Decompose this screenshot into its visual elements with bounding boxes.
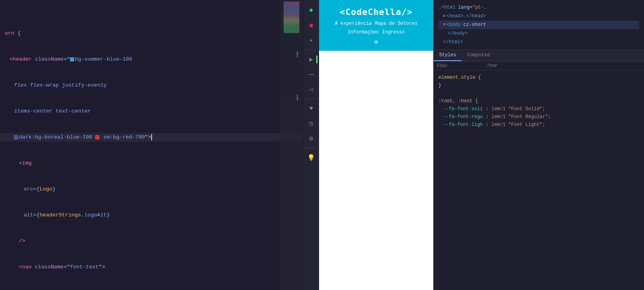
instagram-icon[interactable]: ◉ bbox=[305, 19, 317, 31]
code-line: <img bbox=[0, 159, 303, 168]
nav-link-ticket[interactable]: Ingresso bbox=[382, 30, 405, 35]
code-line: items-center text-center bbox=[0, 107, 303, 116]
tab-styles[interactable]: Styles bbox=[434, 50, 462, 61]
code-content: urn { <header className="bg-summer-blue-… bbox=[0, 0, 303, 290]
code-line: src={Logo} bbox=[0, 185, 303, 194]
css-selector: element.style { bbox=[438, 75, 481, 80]
nav-link-map[interactable]: Mapa de Setores bbox=[375, 21, 418, 26]
dom-line-html[interactable]: …<html lang="pt-… bbox=[438, 3, 639, 12]
divider1 bbox=[306, 50, 316, 50]
filter-hint: :hov bbox=[486, 63, 497, 68]
divider-line: — bbox=[305, 68, 317, 81]
dom-line-body-close[interactable]: </body> bbox=[438, 29, 639, 38]
dom-line-head[interactable]: ▶<head>…</head> bbox=[438, 12, 639, 20]
devtools-filter: :hov bbox=[434, 61, 644, 70]
send-icon[interactable]: ◁ bbox=[305, 83, 317, 96]
css-selector-root: :root, :host { bbox=[438, 98, 478, 104]
css-value1: lem/1 "Font Solid"; bbox=[491, 106, 545, 112]
code-line: <header className="bg-summer-blue-100 bbox=[0, 55, 303, 64]
css-brace: } bbox=[438, 83, 441, 88]
preview-logo: <CodeChella/> bbox=[327, 7, 425, 17]
code-line: /> bbox=[0, 237, 303, 246]
css-var2: --fa-font-regu bbox=[443, 114, 483, 120]
code-editor[interactable]: urn { <header className="bg-summer-blue-… bbox=[0, 0, 303, 290]
preview-snowflake: ❊ bbox=[327, 37, 425, 46]
code-line: flex flex-wrap justify-evenly bbox=[0, 81, 303, 90]
nav-link-experience[interactable]: A experiência bbox=[335, 21, 372, 26]
bulb-icon[interactable]: 💡 bbox=[305, 151, 317, 164]
divider2 bbox=[306, 99, 316, 99]
filter-input[interactable] bbox=[437, 63, 484, 68]
whatsapp-icon[interactable]: ● bbox=[305, 4, 317, 17]
css-value3: lem/1 "Font Light"; bbox=[491, 122, 545, 127]
clock-icon[interactable]: ◷ bbox=[305, 117, 317, 130]
code-line: urn { bbox=[0, 29, 303, 38]
twitter-icon[interactable]: ✦ bbox=[305, 34, 317, 46]
side-toolbar: ● ◉ ✦ ▶ — ◁ ♥ ◷ ⚙ 💡 bbox=[303, 0, 319, 290]
devtools-panel: …<html lang="pt-… ▶<head>…</head> ▼<body… bbox=[433, 0, 644, 290]
code-line-cursor: dark:bg-boreal-blue-100 sm:bg-red-700"> bbox=[0, 133, 303, 142]
heart-icon[interactable]: ♥ bbox=[305, 102, 317, 115]
code-line: <nav className="font-text"> bbox=[0, 263, 303, 272]
devtools-tabs: Styles Computed bbox=[434, 50, 644, 61]
css-var3: --fa-font-ligh bbox=[443, 122, 483, 127]
play-icon[interactable]: ▶ bbox=[305, 53, 317, 66]
dom-line-body[interactable]: ▼<body cz-short bbox=[438, 20, 639, 29]
preview-nav: A experiência Mapa de Setores Informaçõe… bbox=[327, 21, 425, 35]
css-rule-element: element.style { } bbox=[438, 74, 639, 89]
nav-link-info[interactable]: Informações bbox=[348, 30, 379, 35]
dom-line-html-close[interactable]: </html> bbox=[438, 38, 639, 46]
preview-body bbox=[319, 51, 433, 290]
preview-panel: <CodeChella/> A experiência Mapa de Seto… bbox=[319, 0, 433, 290]
divider3 bbox=[306, 148, 316, 148]
settings-icon[interactable]: ⚙ bbox=[305, 132, 317, 145]
dom-tree: …<html lang="pt-… ▶<head>…</head> ▼<body… bbox=[434, 0, 644, 50]
css-value2: lem/1 "Font Regular"; bbox=[491, 114, 551, 120]
css-rule-root: :root, :host { --fa-font-soli : lem/1 "F… bbox=[438, 97, 639, 129]
tab-computed[interactable]: Computed bbox=[462, 50, 496, 61]
css-var1: --fa-font-soli bbox=[443, 106, 483, 112]
minimap bbox=[280, 0, 303, 290]
devtools-styles-content: element.style { } :root, :host { --fa-fo… bbox=[434, 70, 644, 290]
preview-header: <CodeChella/> A experiência Mapa de Seto… bbox=[319, 0, 433, 51]
code-line: alt={headerStrings.logoAlt} bbox=[0, 211, 303, 220]
